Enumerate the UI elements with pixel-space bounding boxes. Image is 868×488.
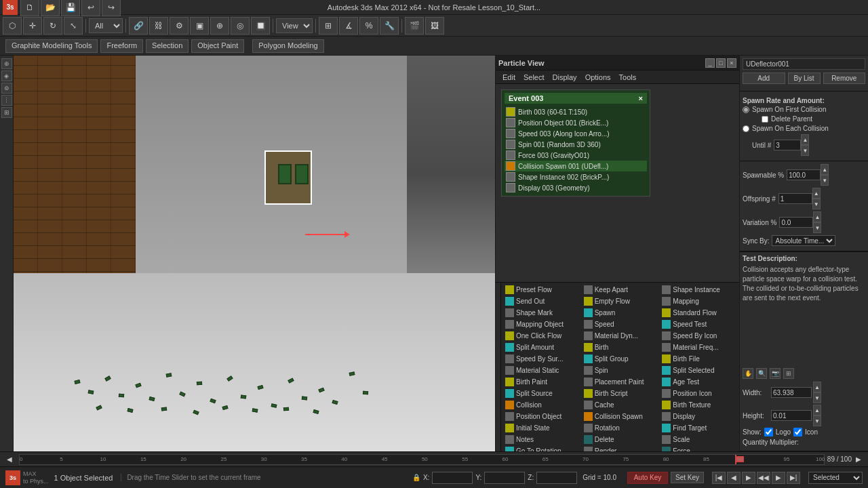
freeform-btn[interactable]: Freeform: [100, 39, 143, 53]
until-spinner-down[interactable]: ▼: [801, 145, 809, 156]
op-mat-freq[interactable]: Material Freq...: [659, 342, 738, 353]
zoom-tool[interactable]: 🔍: [756, 368, 767, 379]
spawnable-input[interactable]: [787, 169, 821, 180]
op-speed-by-icon[interactable]: Speed By Icon: [659, 330, 738, 342]
bind-tool[interactable]: ⚙: [170, 17, 189, 35]
pmenu-tools[interactable]: Tools: [615, 72, 641, 83]
select-region[interactable]: ▣: [190, 17, 209, 35]
pmenu-display[interactable]: Display: [549, 72, 581, 83]
scale-tool[interactable]: ⤡: [64, 17, 83, 35]
angle-snap[interactable]: ∡: [339, 17, 358, 35]
until-input[interactable]: [774, 140, 801, 150]
selection-filter[interactable]: All: [89, 18, 123, 33]
snap-toggle[interactable]: ⊞: [319, 17, 338, 35]
arc-rotate[interactable]: ◎: [231, 17, 250, 35]
op-scale[interactable]: Scale: [659, 434, 738, 445]
op-force[interactable]: Force: [659, 445, 738, 451]
z-input[interactable]: [536, 472, 577, 484]
op-birth[interactable]: Birth: [581, 342, 660, 353]
spawn-each-radio[interactable]: [743, 125, 749, 132]
width-up[interactable]: ▲: [813, 382, 821, 392]
unlink-tool[interactable]: ⛓: [149, 17, 168, 35]
render-btn[interactable]: 🎬: [405, 17, 424, 35]
tool-2[interactable]: ◈: [1, 70, 12, 81]
op-speed-by-sur[interactable]: Speed By Sur...: [502, 353, 581, 365]
move-tool[interactable]: ✛: [23, 17, 42, 35]
move-btn[interactable]: ⊕: [210, 17, 229, 35]
panel-close[interactable]: ×: [727, 58, 736, 68]
op-render[interactable]: Render: [581, 445, 660, 451]
logo-checkbox[interactable]: [764, 428, 773, 436]
percent-snap[interactable]: %: [359, 17, 378, 35]
until-spinner-up[interactable]: ▲: [801, 134, 809, 145]
lock-icon[interactable]: 🔒: [412, 474, 420, 481]
go-end-btn[interactable]: ▶|: [787, 472, 800, 484]
new-btn[interactable]: 🗋: [20, 0, 39, 16]
panel-minimize[interactable]: _: [705, 58, 715, 68]
y-input[interactable]: [484, 472, 525, 484]
height-input[interactable]: [771, 410, 812, 421]
event-row-display[interactable]: Display 003 (Geometry): [505, 182, 647, 193]
event-row-speed[interactable]: Speed 003 (Along Icon Arro...): [505, 128, 647, 139]
panel-maximize[interactable]: □: [716, 58, 726, 68]
timeline-track[interactable]: 0 5 10 15 20 25 30 35 40 45 50 55 60 65 …: [19, 454, 825, 465]
op-age-test[interactable]: Age Test: [659, 376, 738, 388]
op-birth-texture[interactable]: Birth Texture: [659, 399, 738, 411]
op-mat-static[interactable]: Material Static: [502, 365, 581, 376]
op-initial-state[interactable]: Initial State: [502, 422, 581, 434]
op-preset-flow[interactable]: Preset Flow: [502, 284, 581, 296]
op-keep-apart[interactable]: Keep Apart: [581, 284, 660, 296]
link-tool[interactable]: 🔗: [129, 17, 148, 35]
render-frame[interactable]: 🖼: [425, 17, 444, 35]
offspring-down[interactable]: ▼: [812, 199, 821, 209]
hand-tool[interactable]: ✋: [743, 368, 753, 379]
add-btn[interactable]: Add: [743, 73, 785, 84]
timeline-playhead[interactable]: [735, 455, 736, 464]
selected-dropdown[interactable]: Selected: [808, 472, 863, 484]
event-row-shape[interactable]: Shape Instance 002 (BrickP...): [505, 171, 647, 182]
event-title[interactable]: Event 003 ×: [505, 93, 647, 104]
tool-1[interactable]: ⊕: [1, 58, 12, 69]
variation-up[interactable]: ▲: [813, 211, 821, 222]
rotate-tool[interactable]: ↻: [43, 17, 62, 35]
spawnable-up[interactable]: ▲: [821, 164, 829, 175]
set-key-btn[interactable]: Set Key: [671, 472, 704, 483]
pmenu-options[interactable]: Options: [581, 72, 615, 83]
select-tool[interactable]: ⬡: [3, 17, 22, 35]
polygon-modeling-btn[interactable]: Polygon Modeling: [252, 39, 323, 53]
timeline-end-nav[interactable]: ▶: [852, 455, 865, 463]
op-birth-script[interactable]: Birth Script: [581, 388, 660, 399]
play-reverse-btn[interactable]: ◀◀: [757, 472, 770, 484]
width-input[interactable]: [771, 387, 812, 398]
zoom-extents[interactable]: 🔲: [251, 17, 270, 35]
event-row-birth[interactable]: Birth 003 (60-61 T:150): [505, 106, 647, 117]
op-one-click[interactable]: One Click Flow: [502, 330, 581, 342]
op-spawn[interactable]: Spawn: [581, 307, 660, 319]
op-delete[interactable]: Delete: [581, 434, 660, 445]
event-area[interactable]: Event 003 × Birth 003 (60-61 T:150) Posi…: [496, 84, 739, 282]
op-speed[interactable]: Speed: [581, 319, 660, 330]
tool-3[interactable]: ⊚: [1, 83, 12, 94]
icon-checkbox[interactable]: [793, 428, 802, 436]
graphite-modeling-btn[interactable]: Graphite Modeling Tools: [5, 39, 98, 53]
prev-frame-btn[interactable]: ◀: [727, 472, 741, 484]
op-collision-spawn[interactable]: Collision Spawn: [581, 411, 660, 422]
pmenu-edit[interactable]: Edit: [498, 72, 519, 83]
op-split-source[interactable]: Split Source: [502, 388, 581, 399]
op-spin[interactable]: Spin: [581, 365, 660, 376]
undo-btn[interactable]: ↩: [81, 0, 100, 16]
event-row-collision[interactable]: Collision Spawn 001 (UDefl...): [505, 161, 647, 171]
open-btn[interactable]: 📂: [41, 0, 60, 16]
op-find-target[interactable]: Find Target: [659, 422, 738, 434]
op-notes[interactable]: Notes: [502, 434, 581, 445]
op-empty-flow[interactable]: Empty Flow: [581, 296, 660, 307]
op-speed-test[interactable]: Speed Test: [659, 319, 738, 330]
height-up[interactable]: ▲: [813, 405, 821, 415]
offspring-up[interactable]: ▲: [812, 188, 821, 199]
object-paint-btn[interactable]: Object Paint: [191, 39, 244, 53]
event-row-spin[interactable]: Spin 001 (Random 3D 360): [505, 139, 647, 150]
op-split-selected[interactable]: Split Selected: [659, 365, 738, 376]
remove-btn[interactable]: Remove: [823, 73, 866, 84]
tool-5[interactable]: ⊞: [1, 107, 12, 118]
x-input[interactable]: [432, 472, 473, 484]
